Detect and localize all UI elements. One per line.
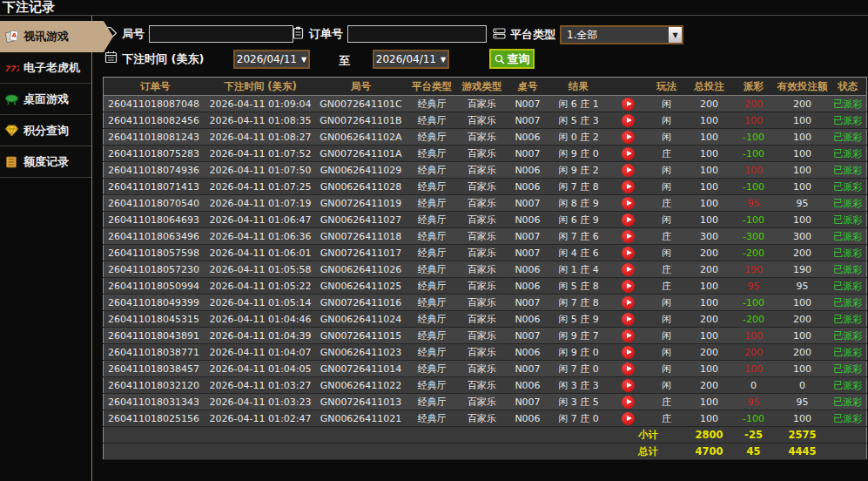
cell-order_no: 260411018025156 [104,410,207,427]
cell-play_type: 闲 [647,295,687,311]
cell-result: 闲 6 庄 1 [548,96,610,112]
table-row: 2604110180384572026-04-11 01:04:05GN0072… [104,361,867,377]
cell-bet_time: 2026-04-11 01:06:47 [207,212,314,228]
cell-result: 闲 0 庄 2 [548,129,610,146]
replay-play-button[interactable] [622,362,635,376]
cell-platform: 经典厅 [408,394,456,410]
replay-play-button[interactable] [622,329,635,342]
cell-replay [610,278,647,295]
cell-valid_bet: 95 [776,278,830,295]
cell-total_bet: 100 [687,410,732,427]
cell-total_bet: 200 [687,344,732,361]
replay-play-button[interactable] [622,147,635,160]
grand-total-valid-bet: 4445 [776,444,830,460]
replay-play-button[interactable] [622,247,635,260]
cell-order_no: 260411018032120 [104,377,207,394]
grand-total-spacer [104,444,610,460]
cell-table_no: N006 [508,129,548,146]
cell-total_bet: 100 [687,278,732,295]
subtotal-status-spacer [830,427,867,444]
replay-play-button[interactable] [622,164,635,177]
table-row: 2604110180453152026-04-11 01:04:46GN0062… [104,311,867,328]
cell-play_type: 庄 [647,410,687,427]
order-no-input[interactable] [347,25,487,43]
replay-play-button[interactable] [622,180,635,193]
cell-order_no: 260411018070540 [104,195,207,212]
cell-play_type: 庄 [647,394,687,410]
cell-payout: -100 [732,212,776,228]
replay-play-button[interactable] [622,412,635,425]
cell-valid_bet: 100 [776,146,830,162]
cell-order_no: 260411018081243 [104,129,207,146]
cell-valid_bet: 100 [776,179,830,195]
cell-platform: 经典厅 [408,146,456,162]
sidebar-item-slots[interactable]: 777电子老虎机 [0,52,91,84]
round-no-input[interactable] [149,25,293,43]
cell-valid_bet: 100 [776,212,830,228]
cell-round_no: GN0072641101C [314,96,408,112]
cell-bet_time: 2026-04-11 01:09:04 [207,96,314,112]
cell-game_type: 百家乐 [456,278,508,295]
cell-order_no: 260411018038457 [104,361,207,377]
cell-total_bet: 100 [687,295,732,311]
cell-order_no: 260411018064693 [104,212,207,228]
cell-platform: 经典厅 [408,129,456,146]
cell-table_no: N006 [508,311,548,328]
cell-total_bet: 200 [687,96,732,112]
cell-replay [610,112,647,129]
date-to-picker[interactable]: 2026/04/11 ▼ [373,50,449,69]
replay-play-button[interactable] [622,313,635,326]
search-button-label: 查询 [508,51,530,67]
search-button[interactable]: 查询 [489,49,535,69]
subtotal-valid-bet: 2575 [776,427,830,444]
points-gem-icon [4,125,19,137]
grand-total-row: 总计4700454445 [104,444,867,460]
cell-status: 已派彩 [830,311,867,328]
cell-table_no: N007 [508,394,548,410]
cell-play_type: 闲 [647,344,687,361]
cell-play_type: 闲 [647,112,687,129]
cell-round_no: GN00726411016 [314,295,408,311]
replay-play-button[interactable] [622,197,635,210]
cell-total_bet: 300 [687,228,732,245]
cell-table_no: N007 [508,146,548,162]
replay-play-button[interactable] [622,346,635,359]
cell-status: 已派彩 [830,328,867,344]
replay-play-button[interactable] [622,379,635,392]
replay-play-button[interactable] [622,280,635,293]
cell-status: 已派彩 [830,195,867,212]
cell-result: 闲 1 庄 4 [548,261,610,278]
replay-play-button[interactable] [622,114,635,127]
replay-play-button[interactable] [622,98,635,111]
platform-type-select[interactable]: 1.全部 ▼ [560,25,683,44]
cell-total_bet: 100 [687,146,732,162]
sidebar-item-video-games[interactable]: A视讯游戏 [0,21,104,52]
table-row: 2604110180705402026-04-11 01:07:19GN0072… [104,195,867,212]
replay-play-button[interactable] [622,296,635,309]
cell-replay [610,295,647,311]
cell-table_no: N007 [508,328,548,344]
cell-play_type: 闲 [647,377,687,394]
cell-bet_time: 2026-04-11 01:07:52 [207,146,314,162]
replay-play-button[interactable] [622,396,635,409]
replay-play-button[interactable] [622,131,635,144]
table-row: 2604110180824562026-04-11 01:08:35GN0072… [104,112,867,129]
cell-platform: 经典厅 [408,410,456,427]
date-from-picker[interactable]: 2026/04/11 ▼ [233,50,310,69]
filter-bar: 局号 订单号 平台类型 1.全部 ▼ 下注时间 (美东) [103,19,868,77]
cell-total_bet: 200 [687,245,732,261]
sidebar-item-points-query[interactable]: 积分查询 [0,115,91,146]
cell-valid_bet: 190 [776,261,830,278]
dropdown-arrow-icon: ▼ [669,27,682,43]
replay-play-button[interactable] [622,213,635,227]
cell-valid_bet: 200 [776,311,830,328]
replay-play-button[interactable] [622,230,635,243]
date-range-to-label: 至 [339,53,350,69]
cell-round_no: GN00726411019 [314,195,408,212]
cell-payout: -100 [732,146,776,162]
cell-total_bet: 200 [687,377,732,394]
cell-result: 闲 5 庄 9 [548,311,610,328]
sidebar-item-table-games[interactable]: 桌面游戏 [0,84,91,115]
replay-play-button[interactable] [622,263,635,276]
sidebar-item-quota-records[interactable]: 额度记录 [0,146,91,178]
